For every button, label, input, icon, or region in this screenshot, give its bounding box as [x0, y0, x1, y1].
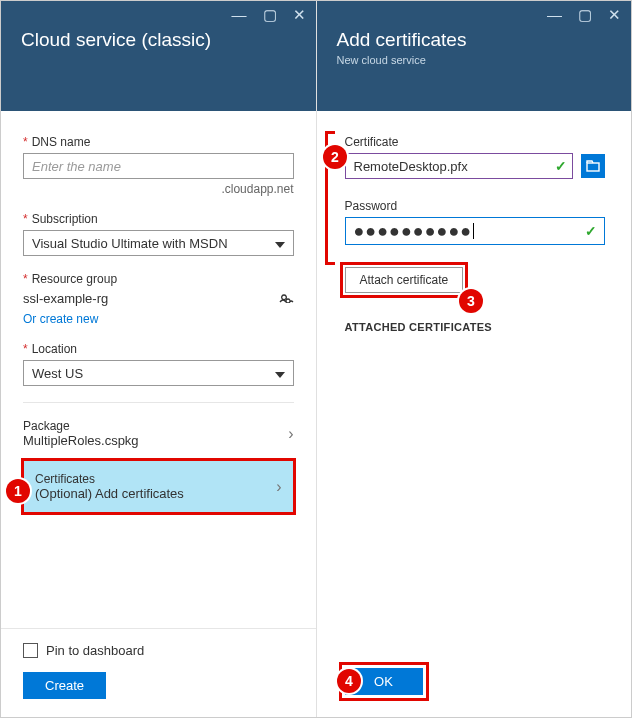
- checkmark-icon: ✓: [585, 223, 597, 239]
- subscription-select[interactable]: Visual Studio Ultimate with MSDN: [23, 230, 294, 256]
- blade-title-left: Cloud service (classic): [21, 29, 296, 51]
- certificates-label: Certificates: [35, 472, 184, 486]
- close-icon[interactable]: ✕: [293, 7, 306, 22]
- annotation-callout-4: 4: [337, 669, 361, 693]
- pin-to-dashboard-label: Pin to dashboard: [46, 643, 144, 658]
- location-value: West US: [32, 366, 83, 381]
- resource-group-label: *Resource group: [23, 272, 294, 286]
- blade-header-left: — ▢ ✕ Cloud service (classic): [1, 1, 316, 111]
- blade-title-right: Add certificates: [337, 29, 612, 51]
- blade-header-right: — ▢ ✕ Add certificates New cloud service: [317, 1, 632, 111]
- dns-suffix: .cloudapp.net: [23, 182, 294, 196]
- password-label: Password: [345, 199, 610, 213]
- checkmark-icon: ✓: [555, 158, 567, 174]
- minimize-icon[interactable]: —: [232, 7, 247, 22]
- package-row[interactable]: Package MultipleRoles.cspkg ›: [23, 413, 294, 454]
- certificate-file-value: RemoteDesktop.pfx: [354, 159, 468, 174]
- attach-certificate-button[interactable]: Attach certificate: [345, 267, 464, 293]
- blade-subtitle-right: New cloud service: [337, 54, 612, 66]
- text-caret: [473, 223, 474, 239]
- annotation-callout-3: 3: [459, 289, 483, 313]
- chevron-down-icon: [275, 236, 285, 251]
- password-input[interactable]: ●●●●●●●●●●: [345, 217, 605, 245]
- pin-to-dashboard-checkbox[interactable]: [23, 643, 38, 658]
- browse-folder-button[interactable]: [581, 154, 605, 178]
- footer-right: OK: [317, 654, 632, 717]
- attached-certificates-header: ATTACHED CERTIFICATES: [345, 321, 610, 333]
- maximize-icon[interactable]: ▢: [263, 7, 277, 22]
- footer-left: Pin to dashboard Create: [1, 628, 316, 717]
- resource-group-icon[interactable]: [279, 290, 294, 306]
- create-new-rg-link[interactable]: Or create new: [23, 312, 98, 326]
- package-value: MultipleRoles.cspkg: [23, 433, 139, 448]
- location-label: *Location: [23, 342, 294, 356]
- password-masked-value: ●●●●●●●●●●: [354, 221, 473, 242]
- dns-name-input[interactable]: [23, 153, 294, 179]
- minimize-icon[interactable]: —: [547, 7, 562, 22]
- annotation-callout-1: 1: [6, 479, 30, 503]
- dns-name-label: *DNS name: [23, 135, 294, 149]
- certificate-file-input[interactable]: RemoteDesktop.pfx: [345, 153, 573, 179]
- svg-rect-0: [587, 163, 599, 171]
- annotation-callout-2: 2: [323, 145, 347, 169]
- close-icon[interactable]: ✕: [608, 7, 621, 22]
- subscription-value: Visual Studio Ultimate with MSDN: [32, 236, 228, 251]
- package-label: Package: [23, 419, 139, 433]
- create-button[interactable]: Create: [23, 672, 106, 699]
- divider: [23, 402, 294, 403]
- chevron-right-icon: ›: [288, 425, 293, 443]
- certificate-label: Certificate: [345, 135, 610, 149]
- panel-add-certificates: — ▢ ✕ Add certificates New cloud service…: [317, 1, 632, 717]
- resource-group-value: ssl-example-rg: [23, 291, 108, 306]
- panel-cloud-service: — ▢ ✕ Cloud service (classic) *DNS name …: [1, 1, 317, 717]
- location-select[interactable]: West US: [23, 360, 294, 386]
- subscription-label: *Subscription: [23, 212, 294, 226]
- chevron-down-icon: [275, 366, 285, 381]
- maximize-icon[interactable]: ▢: [578, 7, 592, 22]
- certificates-row[interactable]: Certificates (Optional) Add certificates…: [23, 460, 294, 513]
- certificates-value: (Optional) Add certificates: [35, 486, 184, 501]
- chevron-right-icon: ›: [276, 478, 281, 496]
